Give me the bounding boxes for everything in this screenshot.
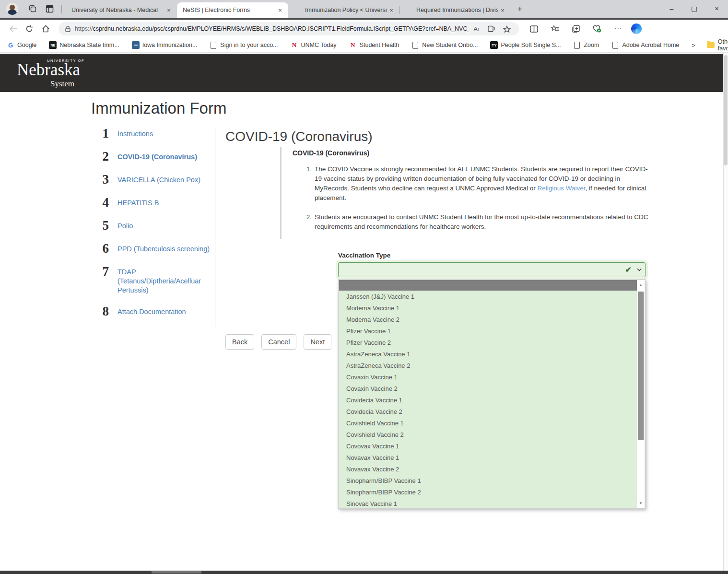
bookmark-item[interactable]: Student Health bbox=[349, 41, 399, 49]
dropdown-option[interactable]: Novavax Vaccine 2 bbox=[339, 464, 637, 475]
scrollbar-thumb[interactable] bbox=[638, 292, 644, 440]
bookmark-item[interactable]: Sign in to your acco... bbox=[210, 41, 278, 49]
dropdown-option[interactable]: Covidecia Vaccine 1 bbox=[339, 395, 637, 406]
split-screen-icon[interactable] bbox=[526, 22, 542, 36]
reading-mode-icon[interactable] bbox=[484, 22, 499, 36]
step-label[interactable]: Instructions bbox=[117, 127, 153, 140]
window-controls: – ▢ × bbox=[660, 0, 728, 17]
favorites-bar-icon[interactable] bbox=[547, 22, 563, 36]
dropdown-option[interactable]: Moderna Vaccine 1 bbox=[339, 303, 637, 314]
new-tab-button[interactable]: + bbox=[513, 2, 527, 16]
step-item[interactable]: 2 COVID-19 (Coronavirus) bbox=[98, 150, 210, 163]
dropdown-option[interactable]: Covishield Vaccine 2 bbox=[339, 429, 637, 441]
dropdown-option[interactable]: Covaxin Vaccine 1 bbox=[339, 372, 637, 383]
scroll-down-icon[interactable]: ▼ bbox=[637, 499, 645, 507]
chevron-down-icon[interactable] bbox=[637, 267, 641, 271]
step-label[interactable]: VARICELLA (Chicken Pox) bbox=[117, 173, 200, 186]
step-number: 2 bbox=[98, 150, 109, 163]
bookmark-item[interactable]: Iowa Immunization... bbox=[132, 41, 198, 49]
dropdown-option[interactable]: Covovax Vaccine 1 bbox=[339, 441, 637, 452]
step-item[interactable]: 1 Instructions bbox=[98, 127, 210, 140]
dropdown-option[interactable]: Moderna Vaccine 2 bbox=[339, 314, 637, 326]
browser-tab[interactable]: Immunization Policy < University × bbox=[288, 2, 399, 18]
step-item[interactable]: 3 VARICELLA (Chicken Pox) bbox=[98, 173, 210, 186]
step-divider bbox=[113, 219, 113, 232]
address-bar[interactable]: https://csprdnu.nebraska.edu/psc/csprdnu… bbox=[59, 22, 519, 35]
dropdown-option[interactable]: Covaxin Vaccine 2 bbox=[339, 383, 637, 395]
tab-close-icon[interactable]: × bbox=[498, 6, 507, 14]
tab-close-icon[interactable]: × bbox=[387, 6, 396, 14]
site-header: UNIVERSITY OF Nebraska System bbox=[0, 54, 723, 92]
tab-close-icon[interactable]: × bbox=[276, 6, 284, 14]
step-label[interactable]: HEPATITIS B bbox=[117, 196, 159, 209]
dropdown-option[interactable]: AstraZeneca Vaccine 1 bbox=[339, 349, 637, 360]
dropdown-option[interactable]: Sinovac Vaccine 1 bbox=[339, 498, 637, 510]
religious-waiver-link[interactable]: Religious Waiver bbox=[537, 185, 585, 192]
next-button[interactable]: Next bbox=[304, 334, 331, 350]
close-button[interactable]: × bbox=[705, 0, 728, 17]
step-item[interactable]: 4 HEPATITIS B bbox=[98, 196, 210, 209]
refresh-icon[interactable] bbox=[21, 22, 37, 36]
dropdown-selected-blank-option[interactable] bbox=[339, 280, 637, 291]
bookmarks-overflow-icon[interactable]: > bbox=[692, 42, 695, 49]
step-item[interactable]: 6 PPD (Tuberculosis screening) bbox=[98, 242, 210, 255]
bookmark-item[interactable]: People Soft Single S... bbox=[490, 41, 561, 49]
step-label[interactable]: PPD (Tuberculosis screening) bbox=[117, 242, 210, 255]
browser-tab[interactable]: NeSIS | Electronic Forms × bbox=[177, 2, 288, 18]
read-aloud-icon[interactable]: A) bbox=[469, 22, 483, 36]
home-icon[interactable] bbox=[37, 22, 54, 36]
collections-icon[interactable] bbox=[568, 22, 584, 36]
back-icon[interactable] bbox=[5, 22, 21, 36]
dropdown-option[interactable]: Covidecia Vaccine 2 bbox=[339, 406, 637, 418]
bookmark-item[interactable]: New Student Onbo... bbox=[411, 41, 478, 49]
tab-favicon-icon bbox=[405, 6, 413, 14]
profile-avatar[interactable] bbox=[6, 3, 18, 15]
dropdown-scrollbar[interactable]: ▲ ▼ bbox=[637, 280, 645, 508]
dropdown-option[interactable]: Pfizer Vaccine 1 bbox=[339, 326, 637, 337]
bookmark-favicon-icon bbox=[7, 41, 14, 49]
page-scrollbar[interactable] bbox=[723, 53, 728, 571]
bookmark-label: People Soft Single S... bbox=[501, 42, 561, 48]
step-item[interactable]: 5 Polio bbox=[98, 219, 210, 232]
bookmark-label: New Student Onbo... bbox=[422, 42, 478, 48]
bookmark-item[interactable]: Zoom bbox=[573, 41, 599, 49]
step-item[interactable]: 7 TDAP (Tetanus/Diptheria/Acelluar Pertu… bbox=[98, 265, 210, 295]
bookmark-item[interactable]: Adobe Acrobat Home bbox=[611, 41, 679, 49]
browser-essentials-icon[interactable] bbox=[589, 22, 605, 36]
workspaces-icon[interactable] bbox=[25, 2, 41, 16]
dropdown-option[interactable]: Pfizer Vaccine 2 bbox=[339, 337, 637, 349]
scroll-up-icon[interactable]: ▲ bbox=[637, 281, 645, 289]
step-item[interactable]: 8 Attach Documentation bbox=[98, 305, 210, 318]
horizontal-scrollbar-thumb[interactable] bbox=[152, 571, 201, 574]
minimize-button[interactable]: – bbox=[660, 0, 683, 17]
vaccination-type-select[interactable]: ✔ bbox=[338, 262, 646, 277]
maximize-button[interactable]: ▢ bbox=[683, 0, 705, 17]
step-label[interactable]: COVID-19 (Coronavirus) bbox=[117, 150, 197, 163]
copilot-icon[interactable] bbox=[631, 23, 642, 34]
tab-actions-icon[interactable] bbox=[41, 2, 58, 16]
page-scrollbar-thumb[interactable] bbox=[724, 55, 728, 165]
browser-tab[interactable]: University of Nebraska - Medical × bbox=[66, 2, 177, 18]
step-label[interactable]: TDAP (Tetanus/Diptheria/Acelluar Pertuss… bbox=[117, 265, 210, 295]
cancel-button[interactable]: Cancel bbox=[261, 334, 296, 350]
dropdown-option[interactable]: Novavax Vaccine 1 bbox=[339, 452, 637, 464]
bookmark-item[interactable]: UNMC Today bbox=[291, 41, 337, 49]
step-label[interactable]: Polio bbox=[117, 219, 133, 232]
dropdown-option[interactable]: Sinopharm/BIBP Vaccine 1 bbox=[339, 475, 637, 487]
settings-menu-icon[interactable]: ⋯ bbox=[610, 22, 626, 36]
dropdown-option[interactable]: Janssen (J&J) Vaccine 1 bbox=[339, 291, 637, 303]
favorite-star-icon[interactable] bbox=[500, 22, 514, 36]
bookmark-item[interactable]: Google bbox=[7, 41, 36, 49]
tab-close-icon[interactable]: × bbox=[164, 6, 173, 14]
back-button[interactable]: Back bbox=[225, 334, 254, 350]
browser-tab[interactable]: Required Immunizations | Division × bbox=[399, 2, 511, 18]
dropdown-option[interactable]: Sinopharm/BIBP Vaccine 2 bbox=[339, 487, 637, 498]
step-divider bbox=[113, 150, 113, 163]
dropdown-option[interactable]: AstraZeneca Vaccine 2 bbox=[339, 360, 637, 372]
bookmark-item[interactable]: Nebraska State Imm... bbox=[49, 41, 119, 49]
step-label[interactable]: Attach Documentation bbox=[117, 305, 186, 318]
step-divider bbox=[113, 305, 113, 318]
dropdown-option[interactable]: Covishield Vaccine 1 bbox=[339, 418, 637, 429]
instruction-list: 1. The COVID Vaccine is strongly recomme… bbox=[303, 164, 653, 241]
other-favorites-button[interactable]: Other favorites bbox=[707, 38, 728, 52]
